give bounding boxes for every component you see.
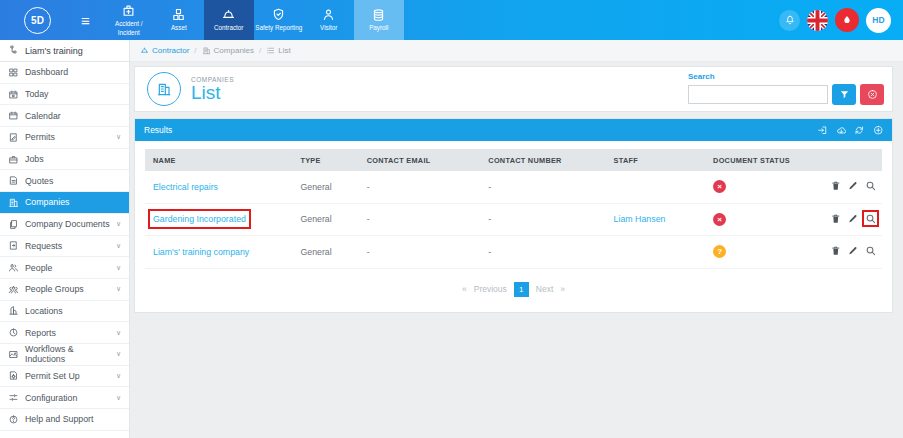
tab-payroll[interactable]: Payroll (354, 0, 404, 40)
cell-contact-number: - (480, 171, 605, 203)
breadcrumb-label: Contractor (152, 46, 189, 55)
sidebar-item-companies[interactable]: Companies (0, 192, 129, 214)
tab-visitor[interactable]: Visitor (304, 0, 354, 40)
sidebar-item-permits[interactable]: Permits∨ (0, 127, 129, 149)
alert-button[interactable] (835, 8, 859, 32)
workspace-label: Liam's training (25, 46, 83, 56)
download-button[interactable] (836, 125, 847, 136)
refresh-button[interactable] (854, 125, 865, 136)
breadcrumb-label: Companies (214, 46, 254, 55)
breadcrumb: Contractor/Companies/List (130, 40, 903, 62)
delete-button[interactable] (830, 180, 842, 192)
edit-button[interactable] (847, 213, 859, 225)
delete-button[interactable] (830, 245, 842, 257)
tab-accident-incident[interactable]: Accident / Incident (104, 0, 154, 40)
sidebar-item-label: People (25, 263, 52, 273)
flame-icon (841, 14, 853, 26)
sidebar-item-label: Workflows & Inductions (25, 344, 110, 364)
search-group: Search (688, 72, 884, 105)
staff-link[interactable]: Liam Hansen (614, 214, 666, 224)
chevron-down-icon: ∨ (116, 264, 121, 272)
user-avatar[interactable]: HD (866, 8, 891, 33)
tab-safety-reporting[interactable]: Safety Reporting (254, 0, 304, 40)
clear-search-button[interactable] (860, 84, 884, 105)
view-button[interactable] (865, 245, 877, 257)
breadcrumb-contractor[interactable]: Contractor (140, 46, 189, 55)
people-icon (8, 262, 19, 273)
table-row: Gardening IncorporatedGeneral--Liam Hans… (145, 203, 882, 236)
tab-contractor[interactable]: Contractor (204, 0, 254, 40)
pagination-previous[interactable]: Previous (474, 284, 507, 294)
today-icon (8, 89, 19, 100)
coins-icon (371, 7, 386, 22)
companies-icon (156, 81, 172, 97)
chevron-down-icon: ∨ (116, 394, 121, 402)
cell-type: General (292, 203, 358, 236)
sidebar-workspace[interactable]: Liam's training (0, 40, 129, 62)
sidebar-item-today[interactable]: Today (0, 84, 129, 106)
cell-contact-email: - (359, 171, 481, 203)
hard-hat-icon (140, 46, 149, 55)
search-input[interactable] (688, 85, 828, 104)
pagination-last[interactable]: » (560, 284, 565, 294)
sidebar-item-quotes[interactable]: Quotes (0, 170, 129, 192)
breadcrumb-companies[interactable]: Companies (202, 46, 254, 55)
sidebar-item-requests[interactable]: Requests∨ (0, 236, 129, 258)
sidebar-item-label: Permits (25, 132, 55, 142)
sidebar-item-label: Reports (25, 328, 56, 338)
circle-x-icon (867, 89, 878, 100)
view-button[interactable] (865, 213, 877, 225)
delete-icon (830, 245, 842, 257)
cell-document-status: × (705, 171, 816, 203)
edit-button[interactable] (847, 180, 859, 192)
language-flag-icon[interactable] (807, 10, 828, 31)
tab-asset[interactable]: Asset (154, 0, 204, 40)
edit-button[interactable] (847, 245, 859, 257)
reports-icon (8, 327, 19, 338)
sidebar-item-calendar[interactable]: Calendar (0, 105, 129, 127)
column-header-contact-email: CONTACT EMAIL (359, 149, 481, 171)
breadcrumb-list[interactable]: List (266, 46, 290, 55)
export-button[interactable] (817, 125, 828, 136)
pagination-current-page[interactable]: 1 (514, 282, 529, 297)
sidebar-item-label: Permit Set Up (25, 371, 80, 381)
companies-icon (202, 46, 211, 55)
company-name-link[interactable]: Gardening Incorporated (153, 214, 246, 224)
document-status-warning-badge: ? (713, 245, 726, 258)
cell-contact-number: - (480, 203, 605, 236)
cell-staff: Liam Hansen (606, 203, 705, 236)
delete-button[interactable] (830, 213, 842, 225)
sidebar-item-people-groups[interactable]: People Groups∨ (0, 279, 129, 301)
menu-toggle-icon[interactable]: ≡ (81, 12, 90, 29)
pagination-first[interactable]: « (462, 284, 467, 294)
cell-actions (816, 236, 882, 269)
sidebar-item-help-and-support[interactable]: Help and Support (0, 409, 129, 431)
filter-button[interactable] (832, 84, 856, 105)
company-name-link[interactable]: Electrical repairs (153, 182, 218, 192)
sidebar-item-configuration[interactable]: Configuration∨ (0, 387, 129, 409)
sidebar-item-workflows-inductions[interactable]: Workflows & Inductions∨ (0, 344, 129, 366)
sidebar-item-dashboard[interactable]: Dashboard (0, 62, 129, 84)
cell-document-status: × (705, 203, 816, 236)
sidebar-item-permit-set-up[interactable]: Permit Set Up∨ (0, 366, 129, 388)
pagination-next[interactable]: Next (536, 284, 553, 294)
sidebar-item-reports[interactable]: Reports∨ (0, 322, 129, 344)
add-button[interactable] (873, 125, 884, 136)
view-icon (865, 213, 877, 225)
results-toolbar (817, 125, 883, 136)
table-row: Liam's' training companyGeneral--? (145, 236, 882, 269)
sidebar-item-company-documents[interactable]: Company Documents∨ (0, 214, 129, 236)
sidebar-item-label: Calendar (25, 111, 61, 121)
notifications-button[interactable] (779, 10, 800, 31)
column-header-document-status: DOCUMENT STATUS (705, 149, 816, 171)
sidebar-item-people[interactable]: People∨ (0, 257, 129, 279)
sidebar-item-jobs[interactable]: Jobs (0, 149, 129, 171)
tab-label: Contractor (214, 24, 243, 32)
view-button[interactable] (865, 180, 877, 192)
dashboard-icon (8, 67, 19, 78)
module-nav: Accident / IncidentAssetContractorSafety… (104, 0, 404, 40)
company-name-link[interactable]: Liam's' training company (153, 247, 249, 257)
sidebar-item-locations[interactable]: Locations (0, 301, 129, 323)
shield-icon (271, 7, 286, 22)
column-header-staff: STAFF (606, 149, 705, 171)
